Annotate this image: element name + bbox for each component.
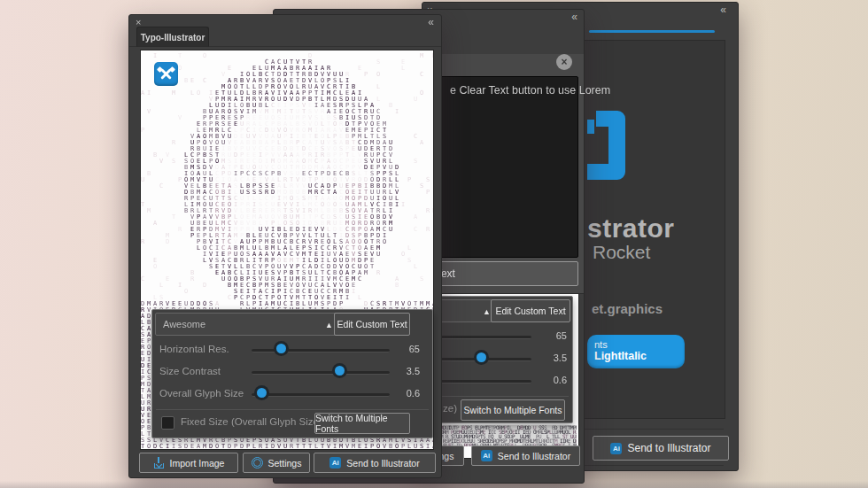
slider-thumb[interactable] xyxy=(477,352,486,362)
divider xyxy=(584,429,724,430)
tab-typo-illustrator[interactable]: Typo-Illustrator xyxy=(136,27,209,47)
switch-to-multiple-fonts-button[interactable]: Switch to Multiple Fonts xyxy=(461,399,565,421)
install-fonts-button[interactable]: nts LightItalic xyxy=(587,335,685,368)
slider-value: 65 xyxy=(390,344,420,354)
vendor-fragment: Rocket xyxy=(593,242,650,263)
send-to-illustrator-button[interactable]: Ai Send to Illustrator xyxy=(593,436,729,461)
settings-label: Settings xyxy=(268,458,302,469)
import-image-icon xyxy=(153,457,165,469)
overall-glyph-size-slider[interactable] xyxy=(252,393,390,397)
slider-thumb[interactable] xyxy=(335,366,345,376)
send-to-illustrator-button[interactable]: Ai Send to Illustrator xyxy=(314,453,436,473)
collapse-icon[interactable]: « xyxy=(428,18,432,27)
illustrator-icon: Ai xyxy=(610,443,622,454)
edit-custom-text-label: Edit Custom Text xyxy=(495,306,565,316)
collapse-icon[interactable]: « xyxy=(720,5,725,14)
text-preset-dropdown[interactable]: Awesome ▲ xyxy=(155,313,343,336)
slider-label: Horizontal Res. xyxy=(159,344,229,354)
modal-close-icon[interactable]: × xyxy=(556,54,572,70)
slider-value: 65 xyxy=(537,330,567,341)
illustrator-icon: Ai xyxy=(329,457,341,469)
divider xyxy=(584,465,724,466)
slider-value: 0.6 xyxy=(537,375,567,385)
import-image-button[interactable]: Import Image xyxy=(139,453,238,473)
chevron-up-icon: ▲ xyxy=(325,321,333,329)
send-to-illustrator-label: Send to Illustrator xyxy=(346,458,419,469)
send-to-illustrator-label: Send to Illustrator xyxy=(627,442,710,454)
typo-illustrator-logo-icon xyxy=(587,109,626,187)
fixed-size-checkbox[interactable] xyxy=(161,416,174,430)
switch-fonts-label: Switch to Multiple Fonts xyxy=(464,405,562,415)
send-to-illustrator-button[interactable]: Ai Send to Illustrator xyxy=(471,445,580,466)
fixed-size-label: Fixed Size (Overall Glyph Size) xyxy=(181,416,322,427)
illustrator-icon: Ai xyxy=(481,450,492,461)
modal-notice-text: e Clear Text button to use Lorem xyxy=(450,84,610,97)
divider xyxy=(156,409,429,410)
slider-label: Size Contrast xyxy=(159,366,221,376)
slider-thumb[interactable] xyxy=(257,388,267,398)
accent-divider xyxy=(589,30,715,33)
install-fonts-line1: nts xyxy=(594,339,685,350)
slider-value: 3.5 xyxy=(537,352,567,363)
fixed-size-label-fragment: ze) xyxy=(443,403,457,414)
edit-custom-text-button[interactable]: Edit Custom Text xyxy=(334,313,410,336)
send-to-illustrator-label: Send to Illustrator xyxy=(498,451,570,461)
chevron-up-icon: ▲ xyxy=(483,307,491,316)
install-fonts-line2: LightItalic xyxy=(594,350,685,362)
close-icon[interactable]: × xyxy=(136,18,141,27)
slider-value: 0.6 xyxy=(390,388,420,399)
tools-badge-icon xyxy=(154,62,178,86)
controls-box: Awesome ▲ Edit Custom Text Horizontal Re… xyxy=(151,309,433,438)
slider-label: Overall Glyph Size xyxy=(159,388,244,399)
desktop-background: × « strator Rocket et.graphics nts Light… xyxy=(0,0,868,488)
app-title-fragment: strator xyxy=(587,213,675,244)
edit-custom-text-label: Edit Custom Text xyxy=(337,319,407,329)
slider-value: 3.5 xyxy=(390,366,420,376)
import-image-label: Import Image xyxy=(170,458,225,469)
website-fragment: et.graphics xyxy=(592,301,663,316)
panel-front: × « Typo-Illustrator Awesome ▲ Edit Cust… xyxy=(128,14,442,478)
divider xyxy=(129,46,441,47)
settings-button[interactable]: Settings xyxy=(243,453,310,473)
edit-custom-text-button[interactable]: Edit Custom Text xyxy=(491,299,570,322)
collapse-icon[interactable]: « xyxy=(571,12,576,21)
gear-icon xyxy=(252,457,263,469)
slider-thumb[interactable] xyxy=(276,344,286,353)
horizontal-res-slider[interactable] xyxy=(252,349,390,352)
switch-to-multiple-fonts-button[interactable]: Switch to Multiple Fonts xyxy=(314,413,410,434)
tab-label: Typo-Illustrator xyxy=(141,33,205,43)
dropdown-value: Awesome xyxy=(163,319,205,329)
switch-fonts-label: Switch to Multiple Fonts xyxy=(315,413,409,434)
size-contrast-slider[interactable] xyxy=(252,371,390,375)
